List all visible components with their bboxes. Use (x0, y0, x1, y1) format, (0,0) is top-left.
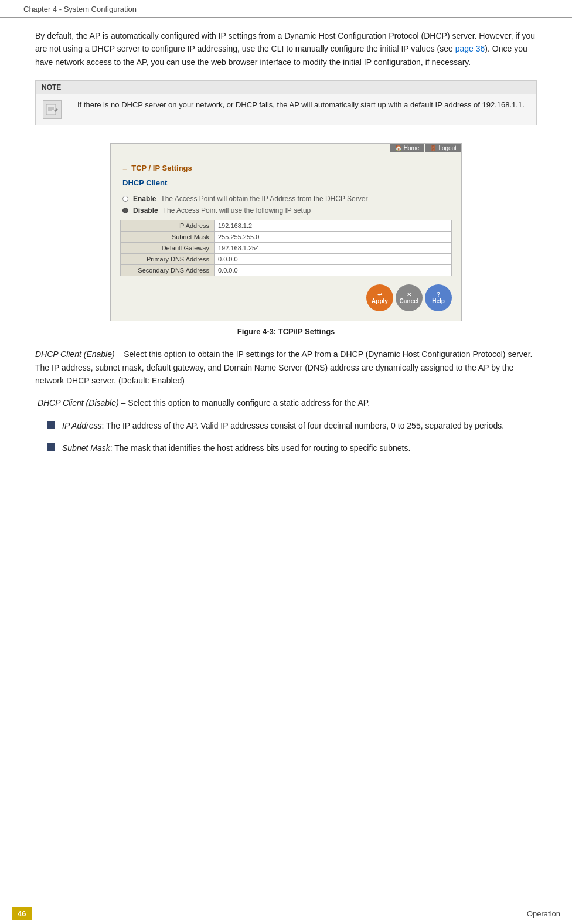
dhcp-enable-para: DHCP Client (Enable) – Select this optio… (35, 348, 537, 387)
field-value-1[interactable]: 255.255.255.0 (215, 232, 452, 243)
help-label: Help (432, 298, 445, 304)
field-row-2: Default Gateway 192.168.1.254 (121, 243, 452, 254)
page-link[interactable]: page 36 (455, 44, 485, 53)
apply-button[interactable]: ↩ Apply (366, 284, 393, 311)
footer-right-text: Operation (527, 909, 560, 918)
bullet-item-0: IP Address: The IP address of the AP. Va… (35, 419, 537, 432)
radio-circle-0 (122, 196, 128, 202)
help-icon: ? (437, 291, 440, 298)
screen-title: ≡ TCP / IP Settings (120, 164, 452, 172)
field-label-1: Subnet Mask (121, 232, 215, 243)
note-pencil-icon (43, 100, 62, 119)
cancel-label: Cancel (400, 298, 419, 304)
field-row-0: IP Address 192.168.1.2 (121, 220, 452, 232)
logout-label: Logout (438, 145, 457, 151)
page-footer: 46 Operation (0, 903, 572, 924)
radio-desc-0: The Access Point will obtain the IP Addr… (161, 195, 367, 203)
cancel-button[interactable]: ✕ Cancel (396, 284, 423, 311)
bullet-list: IP Address: The IP address of the AP. Va… (35, 419, 537, 455)
radio-row-1[interactable]: Disable The Access Point will use the fo… (120, 205, 452, 216)
field-value-3[interactable]: 0.0.0.0 (215, 254, 452, 265)
note-header: NOTE (36, 81, 536, 94)
radio-row-0[interactable]: Enable The Access Point will obtain the … (120, 193, 452, 205)
radio-label-1: Disable (133, 206, 158, 215)
field-value-0[interactable]: 192.168.1.2 (215, 220, 452, 232)
radio-circle-1 (122, 208, 128, 213)
dhcp-disable-title: DHCP Client (Disable) (38, 398, 119, 407)
note-content-wrapper: NOTE If there is no DHCP server on your … (36, 81, 536, 125)
apply-icon: ↩ (377, 291, 382, 298)
cancel-icon: ✕ (407, 291, 411, 298)
dhcp-disable-text: – Select this option to manually configu… (119, 398, 370, 407)
page-header: Chapter 4 - System Configuration (0, 0, 572, 18)
section-label: DHCP Client (120, 178, 452, 187)
field-row-1: Subnet Mask 255.255.255.0 (121, 232, 452, 243)
bullet-title-1: Subnet Mask (62, 443, 110, 453)
help-button[interactable]: ? Help (425, 284, 452, 311)
field-label-4: Secondary DNS Address (121, 265, 215, 276)
dhcp-enable-title: DHCP Client (Enable) (35, 349, 115, 359)
chapter-title: Chapter 4 - System Configuration (23, 5, 137, 13)
svg-rect-0 (46, 104, 56, 115)
field-value-2[interactable]: 192.168.1.254 (215, 243, 452, 254)
field-label-0: IP Address (121, 220, 215, 232)
bullet-item-1: Subnet Mask: The mask that identifies th… (35, 441, 537, 454)
bullet-icon-0 (47, 421, 55, 429)
bullet-title-0: IP Address (62, 421, 101, 430)
bullet-icon-1 (47, 443, 55, 451)
bullet-text-1: Subnet Mask: The mask that identifies th… (62, 441, 410, 454)
field-row-3: Primary DNS Address 0.0.0.0 (121, 254, 452, 265)
note-text: If there is no DHCP server on your netwo… (69, 94, 533, 116)
ip-fields-table: IP Address 192.168.1.2 Subnet Mask 255.2… (120, 220, 452, 276)
main-content: By default, the AP is automatically conf… (0, 18, 572, 511)
note-box: NOTE If there is no DHCP server on your … (35, 80, 537, 125)
home-button[interactable]: 🏠 Home (390, 144, 424, 152)
screenshot-topbar: 🏠 Home 🚪 Logout (390, 144, 461, 152)
screen-title-text: TCP / IP Settings (131, 164, 192, 172)
dhcp-disable-para: DHCP Client (Disable) – Select this opti… (35, 396, 537, 409)
field-row-4: Secondary DNS Address 0.0.0.0 (121, 265, 452, 276)
field-value-4[interactable]: 0.0.0.0 (215, 265, 452, 276)
radio-group: Enable The Access Point will obtain the … (120, 193, 452, 216)
logout-icon: 🚪 (430, 145, 437, 151)
home-icon: 🏠 (395, 145, 402, 151)
apply-label: Apply (372, 298, 388, 304)
bars-icon: ≡ (122, 164, 127, 172)
page-number: 46 (12, 907, 32, 920)
screenshot-box: 🏠 Home 🚪 Logout ≡ TCP / IP Settings DHCP… (110, 143, 462, 321)
logout-button[interactable]: 🚪 Logout (425, 144, 461, 152)
field-label-3: Primary DNS Address (121, 254, 215, 265)
radio-label-0: Enable (133, 195, 156, 203)
note-icon-area (36, 94, 69, 125)
intro-paragraph: By default, the AP is automatically conf… (35, 29, 537, 69)
action-buttons: ↩ Apply ✕ Cancel ? Help (120, 284, 452, 311)
bullet-text-0: IP Address: The IP address of the AP. Va… (62, 419, 504, 432)
field-label-2: Default Gateway (121, 243, 215, 254)
radio-desc-1: The Access Point will use the following … (163, 206, 311, 215)
home-label: Home (404, 145, 420, 151)
figure-caption: Figure 4-3: TCP/IP Settings (35, 327, 537, 336)
